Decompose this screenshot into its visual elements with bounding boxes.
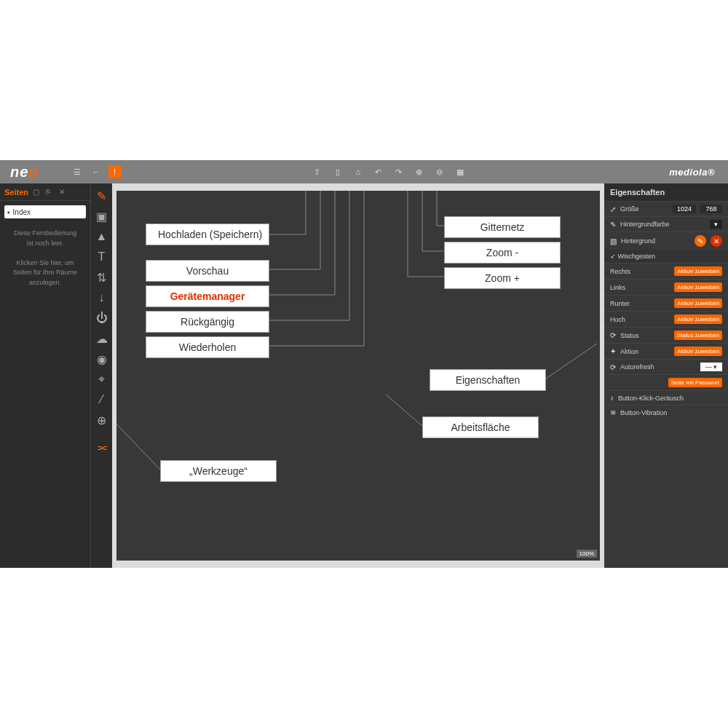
redo-icon[interactable]: ↷	[392, 165, 405, 178]
brand-label: mediola®	[656, 167, 728, 178]
gesture-up: Hoch	[610, 316, 670, 323]
resize-icon: ⤢	[610, 205, 616, 213]
warning-icon[interactable]: !	[108, 165, 122, 178]
help-line: anzulegen.	[7, 278, 83, 288]
copy-page-icon[interactable]: ⎘	[46, 188, 55, 197]
action-label: Aktion	[620, 348, 670, 355]
autorefresh-label: Autorefresh	[620, 363, 696, 371]
size-width[interactable]: 1024	[673, 205, 696, 213]
bgcolor-swatch[interactable]: ▾	[710, 220, 722, 229]
pencil-icon[interactable]: ✎	[95, 189, 108, 202]
add-tool-icon[interactable]: ⊕	[95, 414, 108, 427]
help-line: ist noch leer.	[7, 239, 83, 249]
share-tool-icon[interactable]: ⫘	[95, 441, 108, 454]
password-button[interactable]: Seite mit Passwort	[668, 378, 722, 387]
callout-props: Eigenschaften	[430, 369, 546, 391]
zoom-out-icon[interactable]: ⊖	[433, 165, 446, 178]
callout-zoomin: Zoom +	[444, 267, 561, 289]
callout-undo: Rückgängig	[146, 311, 269, 333]
callout-grid: Gitternetz	[444, 216, 561, 238]
status-label: Status	[620, 332, 670, 339]
workspace-canvas[interactable]: Hochladen (Speichern) Vorschau Geräteman…	[116, 191, 600, 561]
app-logo: neo	[0, 164, 49, 181]
add-page-icon[interactable]: ▢	[33, 188, 41, 197]
menu-icon[interactable]: ☰	[71, 165, 84, 178]
logo-text: ne	[10, 164, 28, 180]
sidebar-help-text: Diese Fernbedienung ist noch leer. Klick…	[0, 223, 90, 293]
assign-up-button[interactable]: Aktion zuweisen	[674, 314, 722, 324]
properties-title: Eigenschaften	[604, 183, 728, 201]
page-index-row[interactable]: ▪ Index	[4, 205, 86, 218]
text-tool-icon[interactable]: T	[95, 250, 108, 264]
paint-icon: ✎	[610, 221, 616, 229]
callout-upload: Hochladen (Speichern)	[146, 223, 269, 245]
gesture-icon: ➶	[610, 253, 616, 260]
page-index-label: Index	[13, 208, 31, 216]
gestures-section: ➶ Wischgesten	[604, 250, 728, 263]
gestures-label: Wischgesten	[618, 253, 656, 260]
autorefresh-select[interactable]: — ▾	[700, 363, 722, 371]
gesture-right: Rechts	[610, 268, 670, 275]
vibration-label: Button-Vibration	[620, 409, 722, 416]
slider-tool-icon[interactable]: ⇅	[95, 271, 108, 284]
tool-strip: ✎ ▣ ▲ T ⇅ ↓ ⏻ ☁ ◉ ⌖ ∕ ⊕ ⫘	[90, 183, 112, 568]
callout-preview: Vorschau	[146, 260, 269, 282]
back-icon[interactable]: ←	[90, 165, 103, 178]
zoom-badge: 100%	[577, 550, 597, 558]
assign-status-button[interactable]: Status zuweisen	[674, 331, 722, 340]
assign-left-button[interactable]: Aktion zuweisen	[674, 282, 722, 292]
edit-bg-button[interactable]: ✎	[695, 235, 706, 247]
power-icon[interactable]: ⏻	[95, 312, 108, 325]
delete-bg-button[interactable]: ✕	[711, 235, 722, 247]
pages-sidebar: Seiten ▢ ⎘ ✕ ▪ Index Diese Fernbedienung…	[0, 183, 90, 568]
callout-devmgr: Gerätemanager	[146, 285, 269, 307]
delete-page-icon[interactable]: ✕	[59, 188, 68, 197]
help-line: Seiten für Ihre Räume	[7, 268, 83, 278]
assign-down-button[interactable]: Aktion zuweisen	[674, 298, 722, 308]
autorefresh-icon: ⟳	[610, 363, 616, 371]
assign-action-button[interactable]: Aktion zuweisen	[674, 347, 722, 356]
gesture-left: Links	[610, 284, 670, 291]
device-icon[interactable]: ▯	[331, 165, 344, 178]
refresh-icon: ⟳	[610, 331, 616, 339]
callout-zoomout: Zoom -	[444, 242, 561, 264]
help-line: Diese Fernbedienung	[7, 229, 83, 239]
bgcolor-label: Hintergrundfarbe	[620, 221, 705, 228]
vibration-icon: ≋	[610, 408, 616, 416]
size-height[interactable]: 768	[700, 205, 722, 213]
upload-icon[interactable]: ⇧	[311, 165, 324, 178]
callout-workspace: Arbeitsfläche	[422, 416, 539, 438]
page-icon: ▪	[7, 208, 10, 216]
image-icon: ▧	[610, 237, 617, 245]
logo-accent: o	[28, 164, 38, 180]
button-tool-icon[interactable]: ▣	[95, 210, 108, 223]
top-toolbar: neo ☰ ← ! ⇧ ▯ ⌂ ↶ ↷ ⊕ ⊖ ▦ mediola®	[0, 160, 728, 183]
canvas-area: Hochladen (Speichern) Vorschau Geräteman…	[112, 183, 604, 568]
gesture-down: Runter	[610, 300, 670, 307]
gear-icon: ✦	[610, 347, 616, 355]
image-tool-icon[interactable]: ▲	[95, 230, 108, 243]
bg-label: Hintergrund	[621, 237, 690, 245]
grid-icon[interactable]: ▦	[454, 165, 467, 178]
home-icon[interactable]: ⌂	[352, 165, 365, 178]
callout-redo: Wiederholen	[146, 336, 269, 358]
tag-tool-icon[interactable]: ⌖	[95, 373, 108, 386]
zoom-in-icon[interactable]: ⊕	[413, 165, 426, 178]
sidebar-tab-pages[interactable]: Seiten	[4, 188, 28, 197]
brush-tool-icon[interactable]: ∕	[95, 393, 108, 406]
assign-right-button[interactable]: Aktion zuweisen	[674, 266, 722, 276]
help-line: Klicken Sie hier, um	[7, 258, 83, 269]
size-label: Größe	[620, 205, 668, 213]
sound-icon: ♪	[610, 394, 614, 402]
properties-panel: Eigenschaften ⤢ Größe 1024 768 ✎ Hinterg…	[604, 183, 728, 568]
callout-tools: „Werkzeuge“	[160, 460, 277, 482]
sound-label: Button-Klick-Geräusch	[618, 395, 722, 402]
undo-icon[interactable]: ↶	[372, 165, 385, 178]
cloud-tool-icon[interactable]: ☁	[95, 332, 108, 345]
arrow-tool-icon[interactable]: ↓	[95, 291, 108, 304]
globe-tool-icon[interactable]: ◉	[95, 352, 108, 365]
